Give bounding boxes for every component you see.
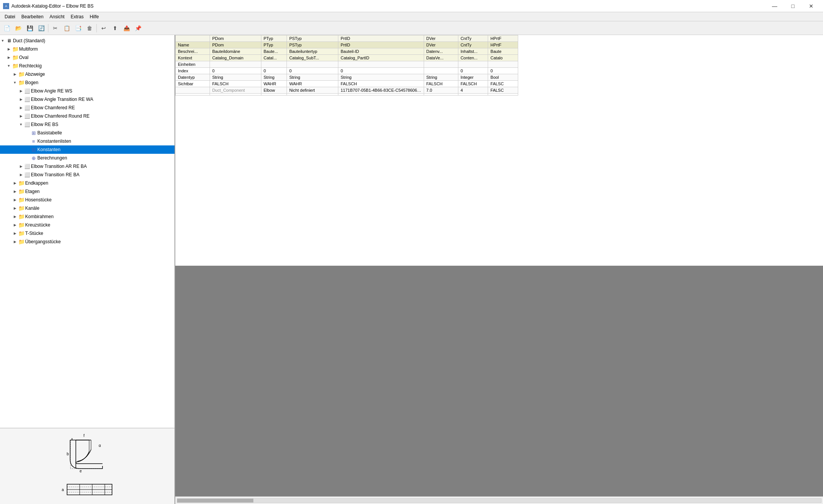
- toolbar-btn-new[interactable]: 📄: [2, 23, 12, 33]
- expand-btn-elbow-transition-re-ba[interactable]: ▶: [18, 172, 24, 177]
- menu-item-datei[interactable]: Datei: [2, 13, 18, 20]
- toolbar-btn-open[interactable]: 📂: [13, 23, 24, 33]
- tree-row-multiform[interactable]: ▶📁Multiform: [0, 45, 175, 53]
- toolbar-btn-refresh[interactable]: 🔄: [36, 23, 46, 33]
- column-header-row: PDomPTypPSTypPrtIDDVerCntTyHPrtF: [176, 35, 518, 42]
- tree-row-kombirahmen[interactable]: ▶📁Kombirahmen: [0, 212, 175, 221]
- tree-label-uebergangsstuecke: Übergangsstücke: [25, 239, 61, 244]
- cell-7-dver: [424, 94, 458, 96]
- expand-btn-kombirahmen[interactable]: ▶: [12, 214, 18, 219]
- folder-icon-kanaele: 📁: [18, 205, 24, 211]
- minimize-button[interactable]: —: [766, 0, 783, 12]
- tree-row-abzweige[interactable]: ▶📁Abzweige: [0, 70, 175, 78]
- toolbar-btn-paste[interactable]: 📑: [73, 23, 83, 33]
- tree-row-elbow-angle-re-ws[interactable]: ▶⬜Elbow Angle RE WS: [0, 87, 175, 95]
- expand-btn-elbow-angle-re-ws[interactable]: ▶: [18, 88, 24, 94]
- tree-label-hosenstuecke: Hosenstücke: [25, 197, 51, 203]
- cell-3-pdom: 0: [210, 68, 261, 74]
- tree-row-endkappen[interactable]: ▶📁Endkappen: [0, 179, 175, 187]
- expand-btn-t-stuecke[interactable]: ▶: [12, 231, 18, 236]
- expand-btn-elbow-angle-transition-re-wa[interactable]: ▶: [18, 97, 24, 102]
- tree-row-kreuzstücke[interactable]: ▶📁Kreuzstücke: [0, 221, 175, 229]
- expand-btn-elbow-chamfered-round-re[interactable]: ▶: [18, 113, 24, 119]
- menu-item-hilfe[interactable]: Hilfe: [86, 13, 102, 20]
- toolbar-btn-pin[interactable]: 📌: [133, 23, 143, 33]
- toolbar-btn-copy[interactable]: 📋: [61, 23, 72, 33]
- tree-row-konstanten[interactable]: ⊟Konstanten: [0, 145, 175, 154]
- tree-row-bogen[interactable]: ▼📁Bogen: [0, 78, 175, 87]
- tree-row-konstantenlisten[interactable]: ≡Konstantenlisten: [0, 137, 175, 145]
- expand-btn-elbow-transition-ar-re-ba[interactable]: ▶: [18, 164, 24, 169]
- toolbar-btn-save[interactable]: 💾: [24, 23, 35, 33]
- tree-row-elbow-re-bs[interactable]: ▼⬜Elbow RE BS: [0, 120, 175, 129]
- table-container[interactable]: PDomPTypPSTypPrtIDDVerCntTyHPrtF NamePDo…: [175, 35, 823, 266]
- cell-4-cntty: Integer: [458, 74, 488, 81]
- cell-4-pdom: String: [210, 74, 261, 81]
- tree-row-elbow-transition-re-ba[interactable]: ▶⬜Elbow Transition RE BA: [0, 171, 175, 179]
- folder-icon-kombirahmen: 📁: [18, 214, 24, 220]
- tree-row-berechnungen[interactable]: ⊕Berechnungen: [0, 154, 175, 162]
- tree-row-kanaele[interactable]: ▶📁Kanäle: [0, 204, 175, 212]
- tree-row-basistabelle[interactable]: ⊞Basistabelle: [0, 129, 175, 137]
- expand-btn-kreuzstücke[interactable]: ▶: [12, 222, 18, 228]
- col-header-dver: DVer: [424, 35, 458, 42]
- expand-btn-endkappen[interactable]: ▶: [12, 180, 18, 186]
- expand-btn-duct[interactable]: ▼: [0, 38, 5, 43]
- tree-row-duct[interactable]: ▼🖥Duct (Standard): [0, 37, 175, 45]
- menu-item-bearbeiten[interactable]: Bearbeiten: [18, 13, 46, 20]
- folder-icon-bogen: 📁: [18, 80, 24, 86]
- expand-btn-multiform[interactable]: ▶: [6, 46, 11, 52]
- cell-3-hprtf: 0: [488, 68, 518, 74]
- tree-row-elbow-chamfered-re[interactable]: ▶⬜Elbow Chamfered RE: [0, 104, 175, 112]
- gray-content-area: [175, 266, 823, 496]
- cell-4-prtid: String: [338, 74, 424, 81]
- tree-row-elbow-angle-transition-re-wa[interactable]: ▶⬜Elbow Angle Transition RE WA: [0, 95, 175, 104]
- svg-text:e: e: [80, 469, 82, 473]
- tree-row-hosenstuecke[interactable]: ▶📁Hosenstücke: [0, 196, 175, 204]
- cell-7-pdom: [210, 94, 261, 96]
- cell-2-cntty: [458, 61, 488, 68]
- const-icon-konstanten: ⊟: [30, 147, 37, 153]
- table-row-4: DatentypStringStringStringStringStringIn…: [176, 74, 518, 81]
- cell-7-pstyp: [287, 94, 338, 96]
- expand-btn-uebergangsstuecke[interactable]: ▶: [12, 239, 18, 244]
- tree-area[interactable]: ▼🖥Duct (Standard)▶📁Multiform▶📁Oval▼📁Rech…: [0, 35, 175, 428]
- expand-btn-bogen[interactable]: ▼: [12, 80, 18, 85]
- tree-row-uebergangsstuecke[interactable]: ▶📁Übergangsstücke: [0, 238, 175, 246]
- expand-btn-etagen[interactable]: ▶: [12, 189, 18, 194]
- expand-btn-rechteckig[interactable]: ▼: [6, 63, 11, 69]
- cell-4-hprtf: Bool: [488, 74, 518, 81]
- toolbar-btn-undo[interactable]: ↩: [98, 23, 109, 33]
- table-icon-basistabelle: ⊞: [30, 130, 37, 136]
- expand-btn-oval[interactable]: ▶: [6, 55, 11, 60]
- maximize-button[interactable]: □: [784, 0, 802, 12]
- toolbar-btn-delete[interactable]: 🗑: [84, 23, 95, 33]
- right-panel: PDomPTypPSTypPrtIDDVerCntTyHPrtF NamePDo…: [175, 35, 823, 504]
- expand-btn-hosenstuecke[interactable]: ▶: [12, 197, 18, 203]
- toolbar-btn-cut[interactable]: ✂: [50, 23, 61, 33]
- tree-label-elbow-angle-re-ws: Elbow Angle RE WS: [31, 88, 72, 94]
- expand-btn-abzweige[interactable]: ▶: [12, 72, 18, 77]
- close-button[interactable]: ✕: [802, 0, 820, 12]
- horizontal-scrollbar[interactable]: [175, 496, 823, 504]
- tree-row-oval[interactable]: ▶📁Oval: [0, 53, 175, 62]
- cell-5-name: Sichtbar: [176, 81, 210, 87]
- expand-btn-elbow-chamfered-re[interactable]: ▶: [18, 105, 24, 110]
- tree-row-rechteckig[interactable]: ▼📁Rechteckig: [0, 62, 175, 70]
- scroll-track[interactable]: [177, 498, 821, 503]
- expand-btn-kanaele[interactable]: ▶: [12, 206, 18, 211]
- preview-image: f b α e: [57, 432, 118, 500]
- col-header-cntty: CntTy: [458, 35, 488, 42]
- tree-row-etagen[interactable]: ▶📁Etagen: [0, 187, 175, 196]
- toolbar-btn-export[interactable]: 📤: [121, 23, 132, 33]
- tree-row-t-stuecke[interactable]: ▶📁T-Stücke: [0, 229, 175, 238]
- tree-row-elbow-chamfered-round-re[interactable]: ▶⬜Elbow Chamfered Round RE: [0, 112, 175, 120]
- expand-btn-elbow-re-bs[interactable]: ▼: [18, 122, 24, 127]
- menu-item-extras[interactable]: Extras: [67, 13, 86, 20]
- toolbar-btn-up[interactable]: ⬆: [110, 23, 120, 33]
- table-row-1: KontextCatalog_DomainCatal...Catalog_Sub…: [176, 55, 518, 61]
- scroll-thumb[interactable]: [177, 499, 253, 502]
- tree-row-elbow-transition-ar-re-ba[interactable]: ▶⬜Elbow Transition AR RE BA: [0, 162, 175, 171]
- menu-item-ansicht[interactable]: Ansicht: [46, 13, 67, 20]
- svg-text:f: f: [83, 434, 85, 438]
